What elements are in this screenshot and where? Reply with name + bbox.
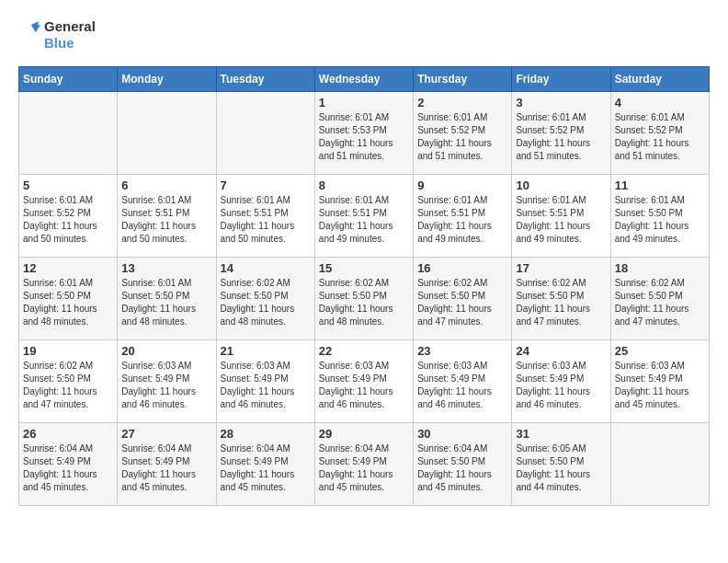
header-row: SundayMondayTuesdayWednesdayThursdayFrid… bbox=[19, 67, 710, 92]
column-header-saturday: Saturday bbox=[610, 67, 709, 92]
day-cell: 12Sunrise: 6:01 AM Sunset: 5:50 PM Dayli… bbox=[19, 258, 118, 340]
day-cell: 29Sunrise: 6:04 AM Sunset: 5:49 PM Dayli… bbox=[314, 423, 413, 506]
day-cell: 30Sunrise: 6:04 AM Sunset: 5:50 PM Dayli… bbox=[414, 423, 512, 506]
day-info: Sunrise: 6:03 AM Sunset: 5:49 PM Dayligh… bbox=[221, 360, 311, 411]
day-number: 31 bbox=[516, 427, 606, 441]
day-number: 2 bbox=[417, 96, 507, 109]
day-number: 11 bbox=[615, 178, 705, 192]
column-header-thursday: Thursday bbox=[414, 67, 512, 92]
week-row-5: 26Sunrise: 6:04 AM Sunset: 5:49 PM Dayli… bbox=[19, 423, 710, 506]
day-number: 25 bbox=[615, 344, 705, 358]
day-number: 21 bbox=[221, 344, 311, 358]
day-info: Sunrise: 6:02 AM Sunset: 5:50 PM Dayligh… bbox=[221, 277, 311, 328]
day-number: 23 bbox=[417, 344, 507, 358]
day-number: 18 bbox=[615, 261, 705, 275]
day-info: Sunrise: 6:03 AM Sunset: 5:49 PM Dayligh… bbox=[516, 360, 606, 411]
day-cell: 8Sunrise: 6:01 AM Sunset: 5:51 PM Daylig… bbox=[314, 175, 413, 258]
day-info: Sunrise: 6:01 AM Sunset: 5:52 PM Dayligh… bbox=[615, 111, 705, 163]
column-header-monday: Monday bbox=[118, 67, 216, 92]
day-info: Sunrise: 6:02 AM Sunset: 5:50 PM Dayligh… bbox=[615, 277, 705, 328]
day-cell: 6Sunrise: 6:01 AM Sunset: 5:51 PM Daylig… bbox=[118, 175, 216, 258]
day-cell: 19Sunrise: 6:02 AM Sunset: 5:50 PM Dayli… bbox=[19, 340, 118, 423]
day-info: Sunrise: 6:01 AM Sunset: 5:51 PM Dayligh… bbox=[516, 194, 606, 246]
day-cell bbox=[216, 92, 314, 175]
day-cell: 24Sunrise: 6:03 AM Sunset: 5:49 PM Dayli… bbox=[512, 340, 610, 423]
day-cell: 27Sunrise: 6:04 AM Sunset: 5:49 PM Dayli… bbox=[118, 423, 216, 506]
day-cell: 25Sunrise: 6:03 AM Sunset: 5:49 PM Dayli… bbox=[610, 340, 709, 423]
day-cell: 3Sunrise: 6:01 AM Sunset: 5:52 PM Daylig… bbox=[512, 92, 610, 175]
day-cell: 22Sunrise: 6:03 AM Sunset: 5:49 PM Dayli… bbox=[314, 340, 413, 423]
day-info: Sunrise: 6:03 AM Sunset: 5:49 PM Dayligh… bbox=[319, 360, 409, 411]
day-info: Sunrise: 6:01 AM Sunset: 5:52 PM Dayligh… bbox=[516, 111, 606, 163]
day-cell: 16Sunrise: 6:02 AM Sunset: 5:50 PM Dayli… bbox=[414, 258, 512, 340]
day-number: 17 bbox=[516, 261, 606, 275]
day-info: Sunrise: 6:01 AM Sunset: 5:50 PM Dayligh… bbox=[615, 194, 705, 246]
logo-text: General Blue bbox=[44, 18, 96, 52]
logo-bird-icon bbox=[18, 21, 40, 49]
column-header-tuesday: Tuesday bbox=[216, 67, 314, 92]
day-cell: 31Sunrise: 6:05 AM Sunset: 5:50 PM Dayli… bbox=[512, 423, 610, 506]
day-cell: 28Sunrise: 6:04 AM Sunset: 5:49 PM Dayli… bbox=[216, 423, 314, 506]
column-header-wednesday: Wednesday bbox=[314, 67, 413, 92]
day-cell: 13Sunrise: 6:01 AM Sunset: 5:50 PM Dayli… bbox=[118, 258, 216, 340]
day-cell bbox=[610, 423, 709, 506]
day-cell: 7Sunrise: 6:01 AM Sunset: 5:51 PM Daylig… bbox=[216, 175, 314, 258]
week-row-1: 1Sunrise: 6:01 AM Sunset: 5:53 PM Daylig… bbox=[19, 92, 710, 175]
day-cell: 21Sunrise: 6:03 AM Sunset: 5:49 PM Dayli… bbox=[216, 340, 314, 423]
day-info: Sunrise: 6:01 AM Sunset: 5:52 PM Dayligh… bbox=[23, 194, 113, 246]
day-number: 5 bbox=[23, 178, 113, 192]
day-info: Sunrise: 6:03 AM Sunset: 5:49 PM Dayligh… bbox=[417, 360, 507, 411]
day-number: 16 bbox=[417, 261, 507, 275]
day-cell: 1Sunrise: 6:01 AM Sunset: 5:53 PM Daylig… bbox=[314, 92, 413, 175]
calendar-header: SundayMondayTuesdayWednesdayThursdayFrid… bbox=[19, 67, 710, 92]
day-info: Sunrise: 6:04 AM Sunset: 5:49 PM Dayligh… bbox=[221, 442, 311, 494]
day-number: 27 bbox=[121, 427, 211, 441]
column-header-friday: Friday bbox=[512, 67, 610, 92]
day-info: Sunrise: 6:04 AM Sunset: 5:49 PM Dayligh… bbox=[23, 442, 113, 494]
day-cell bbox=[19, 92, 118, 175]
logo: General Blue bbox=[18, 18, 96, 52]
column-header-sunday: Sunday bbox=[19, 67, 118, 92]
day-info: Sunrise: 6:05 AM Sunset: 5:50 PM Dayligh… bbox=[516, 442, 606, 494]
day-number: 3 bbox=[516, 96, 606, 109]
day-number: 28 bbox=[221, 427, 311, 441]
day-cell: 11Sunrise: 6:01 AM Sunset: 5:50 PM Dayli… bbox=[610, 175, 709, 258]
page-header: General Blue bbox=[18, 18, 710, 52]
day-cell: 17Sunrise: 6:02 AM Sunset: 5:50 PM Dayli… bbox=[512, 258, 610, 340]
day-number: 15 bbox=[319, 261, 409, 275]
day-number: 20 bbox=[121, 344, 211, 358]
day-info: Sunrise: 6:01 AM Sunset: 5:51 PM Dayligh… bbox=[221, 194, 311, 246]
day-info: Sunrise: 6:04 AM Sunset: 5:49 PM Dayligh… bbox=[121, 442, 211, 494]
day-number: 14 bbox=[221, 261, 311, 275]
logo-container: General Blue bbox=[18, 18, 96, 52]
day-number: 9 bbox=[417, 178, 507, 192]
day-cell: 23Sunrise: 6:03 AM Sunset: 5:49 PM Dayli… bbox=[414, 340, 512, 423]
day-number: 19 bbox=[23, 344, 113, 358]
day-info: Sunrise: 6:01 AM Sunset: 5:50 PM Dayligh… bbox=[23, 277, 113, 328]
day-cell: 14Sunrise: 6:02 AM Sunset: 5:50 PM Dayli… bbox=[216, 258, 314, 340]
day-cell bbox=[118, 92, 216, 175]
day-number: 12 bbox=[23, 261, 113, 275]
day-info: Sunrise: 6:01 AM Sunset: 5:51 PM Dayligh… bbox=[319, 194, 409, 246]
day-number: 29 bbox=[319, 427, 409, 441]
day-info: Sunrise: 6:02 AM Sunset: 5:50 PM Dayligh… bbox=[23, 360, 113, 411]
week-row-3: 12Sunrise: 6:01 AM Sunset: 5:50 PM Dayli… bbox=[19, 258, 710, 340]
day-number: 6 bbox=[121, 178, 211, 192]
day-number: 26 bbox=[23, 427, 113, 441]
day-number: 13 bbox=[121, 261, 211, 275]
day-info: Sunrise: 6:04 AM Sunset: 5:49 PM Dayligh… bbox=[319, 442, 409, 494]
day-cell: 5Sunrise: 6:01 AM Sunset: 5:52 PM Daylig… bbox=[19, 175, 118, 258]
day-info: Sunrise: 6:01 AM Sunset: 5:51 PM Dayligh… bbox=[121, 194, 211, 246]
day-cell: 10Sunrise: 6:01 AM Sunset: 5:51 PM Dayli… bbox=[512, 175, 610, 258]
day-info: Sunrise: 6:04 AM Sunset: 5:50 PM Dayligh… bbox=[417, 442, 507, 494]
day-info: Sunrise: 6:02 AM Sunset: 5:50 PM Dayligh… bbox=[516, 277, 606, 328]
day-cell: 15Sunrise: 6:02 AM Sunset: 5:50 PM Dayli… bbox=[314, 258, 413, 340]
day-number: 7 bbox=[221, 178, 311, 192]
day-info: Sunrise: 6:01 AM Sunset: 5:51 PM Dayligh… bbox=[417, 194, 507, 246]
day-number: 24 bbox=[516, 344, 606, 358]
day-cell: 2Sunrise: 6:01 AM Sunset: 5:52 PM Daylig… bbox=[414, 92, 512, 175]
day-info: Sunrise: 6:03 AM Sunset: 5:49 PM Dayligh… bbox=[121, 360, 211, 411]
day-cell: 20Sunrise: 6:03 AM Sunset: 5:49 PM Dayli… bbox=[118, 340, 216, 423]
day-cell: 9Sunrise: 6:01 AM Sunset: 5:51 PM Daylig… bbox=[414, 175, 512, 258]
day-number: 1 bbox=[319, 96, 409, 109]
